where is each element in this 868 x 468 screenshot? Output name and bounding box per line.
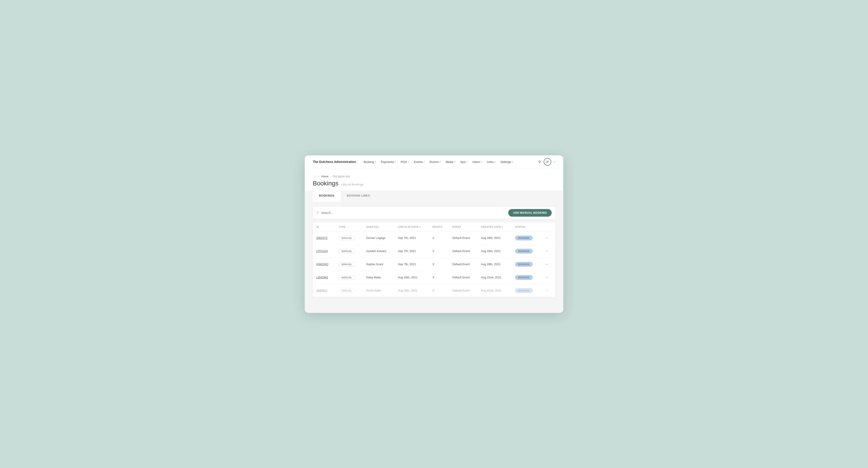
nav-caret-links: ▾	[494, 161, 496, 163]
more-button[interactable]: ···	[544, 235, 550, 241]
cell-guests: Gaby Malia	[363, 271, 394, 284]
nav-caret-meals: ▾	[454, 161, 456, 163]
nav-label-settings: Settings	[500, 160, 511, 163]
tab-bookings[interactable]: BOOKINGS	[313, 191, 341, 201]
booking-id-link[interactable]: CPX1G4	[316, 249, 328, 253]
nav-caret-booking: ▾	[375, 161, 376, 163]
booking-id-link[interactable]: 369REQ	[316, 289, 328, 292]
col-created[interactable]: CREATED DATE	[477, 222, 512, 231]
col-event: EVENT	[449, 222, 477, 231]
col-nights: NIGHTS	[429, 222, 449, 231]
nav-item-spa[interactable]: Spa▾	[458, 159, 470, 165]
nav-label-links: Links	[487, 160, 494, 163]
more-button[interactable]: ···	[544, 288, 550, 293]
search-input[interactable]	[321, 211, 388, 215]
tabs-area: BOOKINGS BOOKING LINKS	[305, 191, 563, 201]
cell-event: Default Event	[449, 284, 477, 297]
nav-caret-spa: ▾	[466, 161, 467, 163]
cell-type: MANUAL	[335, 284, 363, 297]
cell-event: Default Event	[449, 258, 477, 271]
breadcrumb-line	[313, 176, 319, 177]
nav-item-booking[interactable]: Booking▾	[361, 159, 378, 165]
nav-right: ⚲ P ▾	[538, 158, 555, 165]
booking-id-link[interactable]: Z9GD7Z	[316, 236, 328, 240]
status-badge: BOOKED	[515, 288, 533, 293]
page-title: Bookings	[313, 180, 338, 187]
nav-item-payments[interactable]: Payments▾	[379, 159, 398, 165]
col-guests: GUEST(S)	[363, 222, 394, 231]
booking-id-link[interactable]: L8HOM3	[316, 276, 328, 279]
nav-item-events[interactable]: Events▾	[411, 159, 427, 165]
table-header: ID TYPE GUEST(S) CHECK-IN DATE NIGHTS EV…	[313, 222, 555, 231]
breadcrumb-separator: ›	[330, 175, 331, 178]
cell-more: ···	[540, 231, 555, 245]
more-button[interactable]: ···	[544, 275, 550, 280]
table-row: Z9GD7Z MANUAL Oumar Legege Sep 7th, 2021…	[313, 231, 555, 245]
cell-type: MANUAL	[335, 245, 363, 258]
nav-item-meals[interactable]: Meals▾	[443, 159, 458, 165]
nav-item-links[interactable]: Links▾	[485, 159, 498, 165]
nav-item-pos[interactable]: POS▾	[399, 159, 411, 165]
cell-created: Aug 28th, 2021	[477, 245, 512, 258]
nav-caret-payments: ▾	[395, 161, 396, 163]
tab-booking-links[interactable]: BOOKING LINKS	[341, 191, 376, 201]
nav-caret-settings: ▾	[512, 161, 513, 163]
cell-status: BOOKED	[512, 284, 540, 297]
cell-more: ···	[540, 271, 555, 284]
more-button[interactable]: ···	[544, 261, 550, 267]
cell-guests: Oumar Legege	[363, 231, 394, 245]
nav-item-settings[interactable]: Settings▾	[498, 159, 515, 165]
table-body: Z9GD7Z MANUAL Oumar Legege Sep 7th, 2021…	[313, 231, 555, 297]
nav-caret-events: ▾	[424, 161, 425, 163]
cell-type: MANUAL	[335, 271, 363, 284]
cell-created: Aug 22nd, 2021	[477, 271, 512, 284]
table-row: HW0Z4Q MANUAL Sophie Grant Sep 7th, 2021…	[313, 258, 555, 271]
type-badge: MANUAL	[339, 288, 355, 293]
main-window: The Dutchess Administration Booking▾Paym…	[305, 155, 563, 313]
type-badge: MANUAL	[339, 236, 355, 240]
type-badge: MANUAL	[339, 262, 355, 267]
cell-created: Aug 28th, 2021	[477, 231, 512, 245]
cell-status: BOOKED	[512, 245, 540, 258]
search-bar-row: ⚲ ADD MANUAL BOOKING	[313, 207, 555, 219]
col-id: ID	[313, 222, 335, 231]
cell-id: HW0Z4Q	[313, 258, 335, 271]
nav-caret-pos: ▾	[408, 161, 409, 163]
cell-created: Aug 22nd, 2021	[477, 284, 512, 297]
col-actions	[540, 222, 555, 231]
avatar-caret[interactable]: ▾	[554, 160, 555, 163]
nav-label-spa: Spa	[460, 160, 465, 163]
nav-item-rooms[interactable]: Rooms▾	[427, 159, 443, 165]
cell-id: 369REQ	[313, 284, 335, 297]
cell-id: L8HOM3	[313, 271, 335, 284]
status-badge: BOOKED	[515, 275, 533, 280]
cell-guests: Annie Katie	[363, 284, 394, 297]
nav-item-users[interactable]: Users▾	[470, 159, 484, 165]
cell-nights: 2	[429, 231, 449, 245]
search-left: ⚲	[316, 211, 508, 215]
brand-title: The Dutchess Administration	[313, 160, 356, 163]
cell-more: ···	[540, 258, 555, 271]
type-badge: MANUAL	[339, 275, 355, 280]
col-checkin[interactable]: CHECK-IN DATE	[394, 222, 429, 231]
cell-type: MANUAL	[335, 231, 363, 245]
nav-label-users: Users	[472, 160, 480, 163]
status-badge: BOOKED	[515, 236, 533, 241]
col-type: TYPE	[335, 222, 363, 231]
avatar[interactable]: P	[544, 158, 551, 165]
status-badge: BOOKED	[515, 262, 533, 267]
cell-event: Default Event	[449, 245, 477, 258]
navbar: The Dutchess Administration Booking▾Paym…	[305, 155, 563, 169]
booking-id-link[interactable]: HW0Z4Q	[316, 262, 328, 266]
cell-nights: 2	[429, 245, 449, 258]
add-manual-booking-button[interactable]: ADD MANUAL BOOKING	[508, 209, 552, 217]
page-header: Home › Old admin link Bookings Lists all…	[305, 169, 563, 191]
search-icon[interactable]: ⚲	[538, 160, 541, 164]
more-button[interactable]: ···	[544, 248, 550, 254]
nav-label-meals: Meals	[445, 160, 454, 163]
breadcrumb-home[interactable]: Home	[321, 175, 328, 178]
page-subtitle: Lists all Bookings	[341, 183, 363, 186]
nav-label-booking: Booking	[364, 160, 374, 163]
cell-nights: 2	[429, 258, 449, 271]
breadcrumb: Home › Old admin link	[313, 175, 555, 178]
